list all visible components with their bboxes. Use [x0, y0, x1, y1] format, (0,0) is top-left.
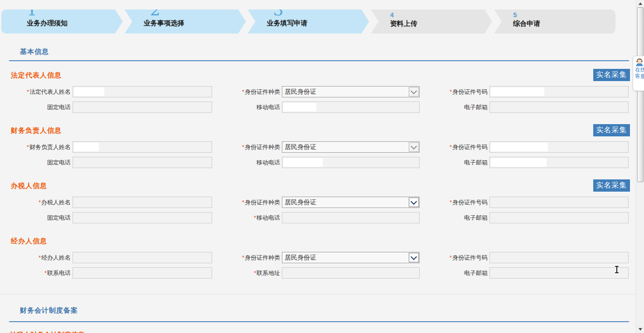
input-finance-officer-landline[interactable]	[73, 157, 212, 168]
field-label: *法定代表人姓名	[9, 86, 71, 97]
step-number: 2	[150, 2, 160, 18]
realname-collect-button[interactable]: 实名采集	[593, 124, 630, 136]
form-grid: *法定代表人姓名 *身份证件种类 居民身份证 *身份证件号码 固定电话 移动电话…	[9, 86, 644, 113]
input-tax-clerk-mobile[interactable]	[282, 212, 420, 223]
select-arrow-button[interactable]	[409, 198, 419, 207]
step-number: 5	[513, 11, 517, 19]
input-tax-clerk-id-number[interactable]	[489, 197, 629, 208]
input-tax-clerk-name[interactable]	[73, 197, 212, 208]
wizard-step-1[interactable]: 1 业务办理须知	[1, 10, 123, 34]
customer-service-label-line2: 客服	[635, 73, 644, 79]
online-customer-service-tab[interactable]: 在线 客服	[633, 56, 644, 91]
step-label: 资料上传	[390, 19, 417, 28]
field-label: 电子邮箱	[421, 267, 488, 279]
field-label: *身份证件号码	[421, 197, 488, 208]
input-legal-rep-landline[interactable]	[73, 101, 212, 113]
input-finance-officer-email[interactable]	[489, 157, 629, 168]
field-label: *移动电话	[214, 212, 280, 223]
vertical-scrollbar[interactable]	[636, 0, 644, 333]
scroll-down-button[interactable]	[636, 326, 644, 333]
customer-service-label-line1: 在线	[635, 67, 644, 73]
input-legal-rep-email[interactable]	[489, 101, 629, 113]
accounting-group-rule	[9, 321, 629, 322]
arrow-up-icon	[639, 2, 642, 5]
field-label: *身份证件种类	[214, 86, 280, 97]
field-label: *身份证件号码	[421, 141, 488, 153]
required-star: *	[242, 199, 244, 206]
select-arrow-button[interactable]	[409, 253, 419, 262]
select-arrow-button[interactable]	[409, 87, 419, 97]
wizard-step-4[interactable]: 4 资料上传	[371, 10, 492, 34]
input-finance-officer-name[interactable]	[73, 141, 212, 153]
required-star: *	[254, 214, 256, 221]
select-value: 居民身份证	[285, 252, 316, 263]
input-finance-officer-id-number[interactable]	[489, 141, 629, 153]
basic-info-rule	[9, 60, 629, 61]
input-tax-clerk-landline[interactable]	[73, 212, 212, 223]
chevron-down-icon	[411, 143, 417, 149]
section-legal-rep: 法定代表人信息 实名采集 *法定代表人姓名 *身份证件种类 居民身份证 *身份证…	[0, 72, 644, 113]
field-label: 固定电话	[9, 212, 71, 223]
input-legal-rep-id-number[interactable]	[489, 86, 629, 97]
field-label: *身份证件种类	[214, 252, 280, 263]
required-star: *	[242, 144, 244, 150]
select-arrow-button[interactable]	[409, 142, 419, 152]
input-handler-phone[interactable]	[73, 267, 212, 279]
wizard-step-2[interactable]: 2 业务事项选择	[125, 10, 246, 34]
field-label: *身份证件号码	[421, 252, 488, 263]
scrollbar-thumb[interactable]	[637, 7, 644, 182]
field-label: *身份证件号码	[421, 86, 488, 97]
step-wizard: 1 业务办理须知 2 业务事项选择 3 业务填写申请 4 资料上传 5 综合申请	[1, 10, 615, 34]
field-label: *财务负责人姓名	[9, 141, 71, 153]
basic-info-group-title: 基本信息	[20, 48, 49, 56]
scroll-up-button[interactable]	[636, 0, 644, 7]
redacted-value	[283, 158, 323, 167]
select-handler-id-type[interactable]: 居民身份证	[282, 252, 420, 263]
required-star: *	[254, 270, 256, 276]
field-label: 电子邮箱	[421, 212, 488, 223]
input-handler-email[interactable]	[489, 267, 629, 279]
required-star: *	[39, 199, 41, 206]
field-label: *联系电话	[9, 267, 71, 279]
form-grid: *办税人姓名 *身份证件种类 居民身份证 *身份证件号码 固定电话 *移动电话 …	[9, 197, 644, 223]
required-star: *	[39, 254, 41, 261]
required-star: *	[27, 144, 29, 150]
customer-service-avatar-icon	[634, 58, 644, 67]
input-handler-address[interactable]	[282, 267, 420, 279]
input-legal-rep-name[interactable]	[73, 86, 212, 97]
select-legal-rep-id-type[interactable]: 居民身份证	[282, 86, 420, 97]
realname-collect-button[interactable]: 实名采集	[593, 179, 630, 192]
chevron-down-icon	[411, 253, 417, 260]
input-handler-id-number[interactable]	[489, 252, 629, 263]
field-label: 移动电话	[214, 101, 280, 113]
section-title: 法定代表人信息	[11, 72, 644, 79]
redacted-value	[74, 143, 99, 151]
input-tax-clerk-email[interactable]	[489, 212, 629, 223]
section-title: 办税人信息	[11, 182, 644, 189]
step-label: 综合申请	[513, 19, 540, 28]
input-handler-name[interactable]	[73, 252, 212, 263]
redacted-value	[74, 87, 104, 96]
redacted-value	[283, 103, 316, 111]
wizard-step-3[interactable]: 3 业务填写申请	[248, 10, 369, 34]
accounting-group-title: 财务会计制度备案	[20, 306, 78, 315]
arrow-down-icon	[639, 328, 642, 331]
select-value: 居民身份证	[285, 142, 316, 152]
step-label: 业务办理须知	[27, 19, 68, 28]
select-finance-officer-id-type[interactable]: 居民身份证	[282, 141, 420, 153]
step-number: 3	[273, 2, 284, 18]
section-divider	[0, 294, 636, 294]
form-grid: *经办人姓名 *身份证件种类 居民身份证 *身份证件号码 *联系电话 *联系地址…	[9, 252, 644, 279]
redacted-value	[491, 143, 548, 151]
form-grid: *财务负责人姓名 *身份证件种类 居民身份证 *身份证件号码 固定电话 移动电话…	[9, 141, 644, 168]
required-star: *	[450, 199, 452, 206]
input-legal-rep-mobile[interactable]	[282, 101, 420, 113]
wizard-step-5[interactable]: 5 综合申请	[494, 10, 615, 34]
input-finance-officer-mobile[interactable]	[282, 157, 420, 168]
field-label: 移动电话	[214, 157, 280, 168]
select-tax-clerk-id-type[interactable]: 居民身份证	[282, 197, 420, 208]
realname-collect-button[interactable]: 实名采集	[593, 69, 630, 81]
redacted-value	[491, 158, 547, 167]
section-title: 财务负责人信息	[11, 127, 644, 134]
field-label: 固定电话	[9, 101, 71, 113]
